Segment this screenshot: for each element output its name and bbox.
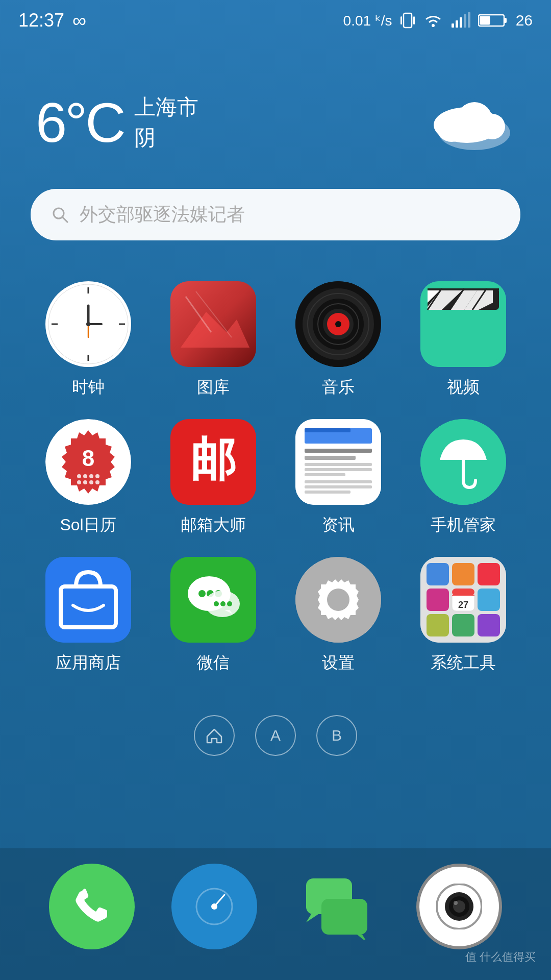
- wechat-icon: [170, 557, 256, 643]
- app-systemtools-label: 系统工具: [431, 652, 496, 674]
- svg-rect-67: [305, 449, 372, 453]
- svg-rect-68: [305, 456, 356, 460]
- svg-rect-98: [452, 589, 474, 596]
- app-news-label: 资讯: [322, 514, 355, 536]
- music-icon: [295, 281, 381, 367]
- cloud-icon: [423, 92, 515, 153]
- svg-rect-7: [464, 14, 466, 28]
- svg-line-18: [62, 217, 67, 222]
- calendar-icon: 8: [45, 419, 131, 505]
- svg-rect-2: [413, 16, 415, 24]
- app-systemtools[interactable]: 27 系统工具: [406, 557, 520, 674]
- messages-icon: [301, 873, 372, 940]
- svg-rect-101: [478, 589, 500, 611]
- svg-point-108: [211, 903, 217, 910]
- svg-rect-72: [305, 480, 372, 483]
- svg-rect-77: [45, 557, 131, 643]
- app-music[interactable]: 音乐: [281, 281, 395, 399]
- network-speed: 0.01 ᵏ/s: [343, 12, 392, 29]
- svg-point-57: [95, 474, 99, 478]
- appstore-icon: [45, 557, 131, 643]
- svg-rect-96: [427, 589, 449, 611]
- svg-point-61: [95, 480, 99, 484]
- search-bar[interactable]: 外交部驱逐法媒记者: [31, 189, 520, 240]
- wifi-icon: [423, 12, 443, 29]
- app-settings[interactable]: 设置: [281, 557, 395, 674]
- b-button[interactable]: B: [316, 715, 357, 756]
- dock-phone[interactable]: [49, 864, 135, 949]
- security-icon: [420, 419, 506, 505]
- app-gallery[interactable]: 图库: [156, 281, 270, 399]
- svg-point-3: [432, 24, 435, 27]
- gallery-icon: [170, 281, 256, 367]
- svg-rect-103: [452, 614, 474, 636]
- app-mail-label: 邮箱大师: [181, 514, 246, 536]
- svg-rect-70: [305, 468, 372, 471]
- weather-widget[interactable]: 6°C 上海市 阴: [0, 71, 551, 168]
- svg-point-60: [89, 480, 93, 484]
- svg-rect-69: [305, 463, 372, 466]
- svg-rect-102: [427, 614, 449, 636]
- app-clock[interactable]: 时钟: [31, 281, 145, 399]
- app-security[interactable]: 手机管家: [406, 419, 520, 536]
- app-mail[interactable]: 邮 邮箱大师: [156, 419, 270, 536]
- svg-point-54: [77, 474, 81, 478]
- svg-point-87: [220, 601, 226, 606]
- search-placeholder: 外交部驱逐法媒记者: [80, 202, 245, 227]
- svg-point-117: [454, 901, 458, 905]
- dock-camera[interactable]: [416, 864, 502, 949]
- svg-rect-110: [321, 899, 367, 935]
- status-bar: 12:37 ∞ 0.01 ᵏ/s: [0, 0, 551, 41]
- clock-icon: [45, 281, 131, 367]
- weather-icon: [423, 92, 515, 153]
- status-time: 12:37: [18, 10, 64, 31]
- svg-rect-10: [504, 18, 507, 23]
- app-video-label: 视频: [447, 376, 480, 399]
- app-video[interactable]: 视频: [406, 281, 520, 399]
- dock-speedtest[interactable]: [171, 864, 257, 949]
- battery-icon: [478, 13, 509, 28]
- app-wechat-label: 微信: [197, 652, 230, 674]
- svg-rect-71: [305, 473, 345, 476]
- nav-buttons: A B: [0, 705, 551, 766]
- svg-rect-51: [428, 310, 499, 360]
- svg-rect-1: [400, 16, 402, 24]
- status-right: 0.01 ᵏ/s 26: [343, 11, 533, 30]
- app-grid: 时钟 图库: [0, 251, 551, 690]
- a-button[interactable]: A: [255, 715, 296, 756]
- app-settings-label: 设置: [322, 652, 355, 674]
- svg-rect-5: [456, 20, 458, 28]
- svg-point-88: [227, 601, 232, 606]
- app-clock-label: 时钟: [72, 376, 105, 399]
- infinity-icon: ∞: [72, 10, 86, 32]
- weather-condition: 阴: [134, 124, 198, 152]
- svg-marker-111: [306, 914, 318, 922]
- svg-point-16: [480, 114, 505, 139]
- svg-point-59: [83, 480, 87, 484]
- svg-point-58: [77, 480, 81, 484]
- svg-point-40: [335, 321, 341, 327]
- svg-rect-99: [452, 595, 474, 596]
- svg-point-56: [89, 474, 93, 478]
- svg-marker-112: [357, 935, 367, 940]
- svg-rect-11: [480, 16, 490, 25]
- battery-level: 26: [516, 12, 533, 29]
- app-security-label: 手机管家: [431, 514, 496, 536]
- app-wechat[interactable]: 微信: [156, 557, 270, 674]
- svg-rect-0: [404, 13, 412, 28]
- speedtest-icon: [191, 884, 237, 929]
- search-icon: [51, 206, 69, 224]
- svg-point-28: [86, 322, 90, 326]
- app-appstore[interactable]: 应用商店: [31, 557, 145, 674]
- weather-city: 上海市: [134, 93, 198, 121]
- mail-icon: 邮: [170, 419, 256, 505]
- phone-icon: [69, 884, 115, 929]
- app-news[interactable]: 资讯: [281, 419, 395, 536]
- svg-point-55: [83, 474, 87, 478]
- app-calendar[interactable]: 8 Sol日历: [31, 419, 145, 536]
- dock-messages[interactable]: [294, 864, 380, 949]
- home-button[interactable]: [194, 715, 235, 756]
- svg-point-91: [327, 589, 349, 611]
- weather-temperature: 6°C: [36, 94, 124, 151]
- weather-info: 上海市 阴: [134, 93, 198, 152]
